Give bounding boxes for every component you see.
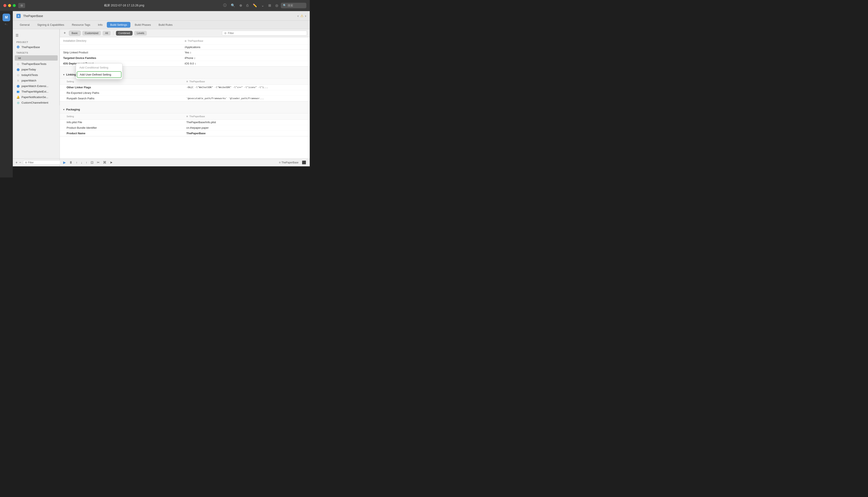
combined-button[interactable]: Combined — [116, 31, 133, 36]
copy-button[interactable]: ⊡ — [91, 160, 94, 165]
packaging-section-title: Packaging — [66, 108, 80, 111]
todaykittests-icon: ◇ — [16, 73, 20, 76]
badge-icon[interactable]: ◎ — [275, 3, 278, 8]
add-setting-button[interactable]: + — [62, 30, 67, 36]
dropdown-item-user-defined[interactable]: Add User-Defined Setting — [77, 71, 122, 78]
status-target-label: ThePaperBase — [282, 161, 298, 164]
setting-row-infoplist[interactable]: Info.plist File ThePaperBase/Info.plist — [60, 119, 310, 125]
levels-button[interactable]: Levels — [134, 31, 147, 36]
titlebar-search[interactable]: 🔍 搜索 — [281, 3, 307, 8]
papertoday-icon: ⬤ — [16, 68, 20, 71]
packaging-chevron-icon: ▾ — [63, 108, 65, 111]
chevron-down-icon[interactable]: ⌄ — [261, 3, 264, 8]
sidebar-item-customchannel[interactable]: ◎ CustomChannelIntent — [13, 100, 59, 105]
sidebar-item-papertoday[interactable]: ⬤ paperToday — [13, 67, 59, 72]
avatar[interactable]: M — [2, 14, 10, 21]
linking-col-target: ⊞ ThePaperBase — [186, 79, 306, 84]
setting-row-strip[interactable]: Strip Linked Product Yes ↕ — [60, 50, 310, 55]
sidebar-item-paperwatchext[interactable]: ⬤ paperWatch Extensi... — [13, 83, 59, 89]
tests-icon: ◇ — [16, 62, 20, 66]
tab-build-phases[interactable]: Build Phases — [131, 22, 154, 28]
collapse-bottom-icon[interactable]: ⬛ — [302, 160, 306, 165]
sidebar-item-paperwatch[interactable]: ⧖ paperWatch — [13, 78, 59, 83]
packaging-col-icon: ⊞ — [186, 115, 188, 117]
basic-button[interactable]: Basic — [69, 31, 81, 36]
pause-button[interactable]: ⏸ — [69, 161, 73, 165]
tab-general[interactable]: General — [16, 22, 33, 28]
installation-setting-col — [63, 45, 185, 49]
col-setting-header: Installation Directory — [63, 39, 185, 43]
customchannel-label: CustomChannelIntent — [22, 101, 48, 104]
dropdown-item-conditional[interactable]: Add Conditional Setting — [76, 64, 122, 71]
setting-row-device-families[interactable]: Targeted Device Families iPhone ↕ — [60, 55, 310, 61]
setting-row-bundle-id[interactable]: Product Bundle Identifier cn.thepaper.pa… — [60, 125, 310, 131]
filter-box-icon: ⊜ — [224, 31, 227, 35]
zoom-in-icon[interactable]: ⊕ — [239, 3, 242, 8]
window-icon[interactable]: ⊞ — [268, 3, 271, 8]
tab-info[interactable]: Info — [95, 22, 106, 28]
sidebar-item-notification[interactable]: 🔔 PaperNotificationSe... — [13, 94, 59, 100]
sidebar-filter[interactable]: ⊜ — [23, 160, 61, 165]
nav-forward-icon[interactable]: › — [305, 14, 306, 18]
link-button[interactable]: ⌘ — [103, 160, 106, 165]
nav-back-icon[interactable]: ‹ — [297, 14, 298, 18]
add-icon[interactable]: + — [15, 161, 17, 165]
zoom-out-icon[interactable]: 🔍 — [231, 3, 235, 8]
up-arrow-button[interactable]: ↑ — [76, 161, 77, 164]
info-icon[interactable]: ⓘ — [223, 3, 227, 8]
setting-row-runpath[interactable]: Runpath Search Paths '@executable_path/F… — [60, 96, 310, 101]
setting-row-reexported[interactable]: Re-Exported Library Paths — [60, 90, 310, 96]
titlebar: ⊟ 截屏 2022-07-16 17.13.26.png ⓘ 🔍 ⊕ ⎙ ✏️ … — [0, 0, 310, 11]
linking-col-setting: Setting — [67, 79, 186, 84]
linking-col-icon: ⊞ — [186, 81, 188, 83]
sidebar-item-wigdgetext[interactable]: 👥 ThePaperWigdetExt... — [13, 89, 59, 94]
col-target-header: ⊞ ThePaperBase — [185, 39, 306, 43]
packaging-section-header[interactable]: ▾ Packaging — [60, 106, 310, 113]
up-out-button[interactable]: ↑ — [86, 161, 87, 164]
installation-value: /Applications — [185, 45, 306, 49]
minus-icon[interactable]: − — [19, 161, 21, 165]
all-button[interactable]: All — [102, 31, 110, 36]
play-button[interactable]: ▶ — [63, 160, 66, 165]
sidebar-item-tests[interactable]: ◇ ThePaperBaseTests — [13, 61, 59, 67]
left-edge: M n... — [0, 11, 13, 178]
tab-resource-tags[interactable]: Resource Tags — [69, 22, 94, 28]
sidebar-filter-input[interactable] — [28, 161, 60, 164]
share-icon[interactable]: ⎙ — [246, 4, 248, 8]
sidebar-toggle-icon[interactable]: ⊟ — [18, 3, 25, 8]
sidebar-item-todaykittests[interactable]: ◇ todayKitTests — [13, 72, 59, 78]
tab-build-settings[interactable]: Build Settings — [107, 22, 131, 28]
customized-button[interactable]: Customized — [82, 31, 101, 36]
setting-row-product-name[interactable]: Product Name ThePaperBase — [60, 131, 310, 136]
tab-build-rules[interactable]: Build Rules — [155, 22, 176, 28]
sidebar-item-project[interactable]: 🅐 ThePaperBase — [13, 44, 59, 50]
sidebar-collapse-icon[interactable]: ☰ — [15, 33, 18, 38]
maximize-button[interactable] — [13, 4, 16, 7]
filter-icon: ⊜ — [25, 161, 27, 164]
setting-row-other-linker[interactable]: Other Linker Flags -ObjC -l"WeChatSDK" -… — [60, 85, 310, 90]
strip-linked-value: Yes ↕ — [185, 51, 306, 54]
section-spacer-2 — [60, 101, 310, 106]
window-nav-arrows: ‹ ⚠ › — [297, 14, 306, 18]
tab-signing[interactable]: Signing & Capabilities — [34, 22, 68, 28]
project-file-icon: 🅐 — [16, 45, 20, 49]
edit-icon[interactable]: ✏️ — [253, 3, 257, 8]
dropdown-menu[interactable]: Add Conditional Setting Add User-Defined… — [76, 63, 123, 79]
close-button[interactable] — [3, 4, 6, 7]
minimize-button[interactable] — [8, 4, 11, 7]
sidebar-item-selected-target[interactable]: se — [15, 55, 58, 61]
send-button[interactable]: ➤ — [110, 160, 113, 165]
scissors-button[interactable]: ✂ — [97, 160, 100, 165]
installation-section: Installation Directory ⊞ ThePaperBase — [60, 37, 310, 67]
sidebar-bottom-bar: + − ⊜ — [13, 158, 60, 166]
search-icon: 🔍 — [283, 4, 286, 7]
notification-icon: 🔔 — [16, 95, 20, 99]
down-arrow-button[interactable]: ↓ — [81, 161, 82, 164]
device-families-name: Targeted Device Families — [63, 56, 185, 60]
filter-box[interactable]: ⊜ — [222, 31, 307, 36]
filter-input[interactable] — [228, 31, 305, 35]
titlebar-title: 截屏 2022-07-16 17.13.26.png — [104, 4, 144, 8]
runpath-value: '@executable_path/Frameworks' '@loader_p… — [186, 97, 306, 100]
col-icon: ⊞ — [185, 40, 186, 42]
edge-text: n... — [5, 23, 8, 25]
